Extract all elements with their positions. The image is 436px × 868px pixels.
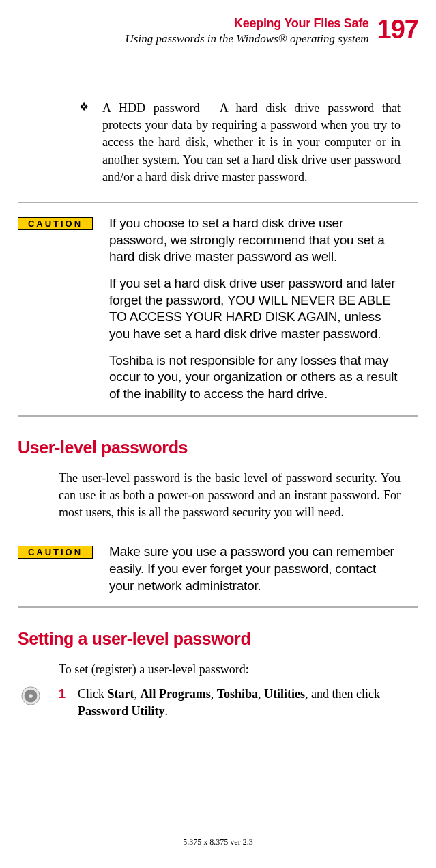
caution-row: CAUTION If you choose to set a hard disk…	[18, 215, 418, 403]
caution-para-3: Toshiba is not responsible for any losse…	[109, 352, 401, 403]
bullet-text: A HDD password— A hard disk drive passwo…	[102, 100, 401, 186]
b: All Programs	[141, 687, 211, 701]
instruction-intro: To set (register) a user-level password:	[59, 661, 401, 678]
b: Toshiba	[217, 687, 258, 701]
caution-para-1: Make sure you use a password you can rem…	[109, 544, 401, 594]
divider-thin	[18, 531, 418, 531]
caution-label: CAUTION	[18, 546, 93, 559]
t: , and then click	[305, 687, 380, 701]
t: Click	[78, 687, 108, 701]
caution-text: Make sure you use a password you can rem…	[109, 544, 401, 594]
gear-icon-svg	[20, 686, 41, 706]
svg-point-1	[29, 694, 33, 698]
divider-thin	[18, 202, 418, 203]
bullet-marker: ❖	[79, 100, 102, 186]
b: Password Utility	[78, 704, 165, 718]
divider-thick	[18, 415, 418, 417]
gear-icon	[20, 686, 59, 706]
page-header: Keeping Your Files Safe Using passwords …	[18, 16, 418, 46]
caution-text: If you choose to set a hard disk drive u…	[109, 215, 401, 403]
caution-para-2: If you set a hard disk drive user passwo…	[109, 275, 401, 343]
step-text: Click Start, All Programs, Toshiba, Util…	[78, 686, 401, 720]
divider-thin	[18, 87, 418, 87]
instruction-block: To set (register) a user-level password:…	[59, 661, 401, 720]
instruction-step-1: 1 Click Start, All Programs, Toshiba, Ut…	[59, 686, 401, 720]
step-number: 1	[59, 686, 78, 703]
caution-label: CAUTION	[18, 217, 93, 230]
caution-block-1: CAUTION If you choose to set a hard disk…	[18, 215, 418, 403]
t: .	[165, 704, 169, 718]
heading-user-level-passwords: User-level passwords	[18, 438, 418, 458]
bullet-item: ❖ A HDD password— A hard disk drive pass…	[79, 100, 401, 186]
b: Utilities	[264, 687, 305, 701]
bullet-block: ❖ A HDD password— A hard disk drive pass…	[79, 100, 401, 186]
header-text-block: Keeping Your Files Safe Using passwords …	[126, 16, 369, 46]
divider-thick	[18, 606, 418, 608]
b: Start	[108, 687, 134, 701]
page-number: 197	[377, 16, 418, 42]
t: ,	[134, 687, 141, 701]
t: ,	[211, 687, 217, 701]
header-title: Keeping Your Files Safe	[126, 16, 369, 31]
heading-setting-user-level-password: Setting a user-level password	[18, 629, 418, 649]
t: ,	[258, 687, 264, 701]
caution-row: CAUTION Make sure you use a password you…	[18, 544, 418, 594]
caution-block-2: CAUTION Make sure you use a password you…	[18, 544, 418, 594]
caution-para-1: If you choose to set a hard disk drive u…	[109, 215, 401, 266]
section1-para: The user-level password is the basic lev…	[59, 470, 401, 522]
header-subtitle: Using passwords in the Windows® operatin…	[126, 32, 369, 46]
page-footer: 5.375 x 8.375 ver 2.3	[0, 837, 436, 848]
